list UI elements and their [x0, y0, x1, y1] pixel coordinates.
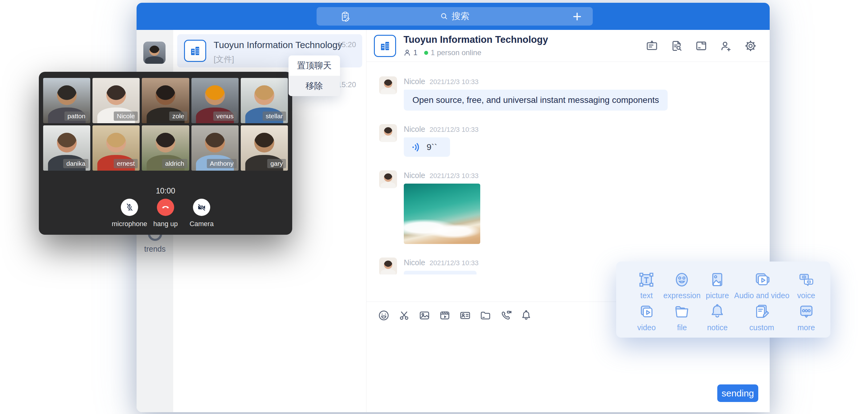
- top-bar: 搜索 +: [136, 3, 770, 30]
- group-avatar[interactable]: [374, 35, 396, 57]
- online-dot: [424, 51, 428, 55]
- chat-history-button[interactable]: [670, 39, 683, 53]
- sender-avatar[interactable]: [379, 124, 397, 142]
- participant-name: danika: [63, 159, 89, 168]
- text-icon: [638, 271, 655, 289]
- voice-duration: 9``: [427, 142, 437, 152]
- emoji-button[interactable]: [378, 309, 390, 322]
- participant-name: ernest: [114, 159, 138, 168]
- conversation-title: Tuoyun Information Technology: [214, 40, 342, 50]
- scissors-icon: [398, 309, 410, 322]
- file-icon: [694, 39, 708, 53]
- participant-tile: ernest: [92, 125, 140, 171]
- online-status: 1 person online: [431, 49, 481, 57]
- notification-button[interactable]: [520, 309, 532, 322]
- panel-item-file[interactable]: file: [663, 301, 701, 333]
- participant-tile: gary: [241, 125, 288, 171]
- participant-tile: patton: [43, 78, 90, 123]
- folder-button[interactable]: [479, 309, 492, 322]
- image-message[interactable]: [404, 184, 480, 244]
- sender-avatar[interactable]: [379, 76, 397, 94]
- message-row: Nicole 2021/12/3 10:33 Open source, free…: [379, 76, 770, 110]
- group-avatar: [184, 40, 206, 62]
- participant-tile: aldrich: [142, 125, 189, 171]
- panel-label: voice: [797, 291, 815, 300]
- announcement-button[interactable]: [645, 39, 659, 53]
- voice-icon: [798, 271, 815, 289]
- microphone-button[interactable]: microphone: [112, 199, 148, 228]
- message-time: 2021/12/3 10:33: [429, 259, 478, 267]
- plus-icon: +: [573, 7, 582, 25]
- participant-name: venus: [213, 112, 237, 121]
- search-input[interactable]: 搜索: [316, 7, 593, 26]
- panel-item-text[interactable]: text: [630, 269, 663, 301]
- panel-label: picture: [706, 291, 729, 300]
- hang-up-button[interactable]: hang up: [148, 199, 184, 228]
- video-icon: [638, 303, 655, 321]
- panel-item-voice[interactable]: voice: [789, 269, 823, 301]
- clapperboard-icon: [439, 309, 451, 322]
- more-icon: [798, 303, 815, 321]
- panel-item-notice[interactable]: notice: [701, 301, 734, 333]
- voice-message-bubble[interactable]: 9``: [404, 137, 450, 157]
- message-input-area[interactable]: sending: [367, 329, 770, 412]
- chat-panel: Tuoyun Information Technology 1 1 person…: [367, 30, 770, 412]
- panel-label: custom: [749, 323, 774, 332]
- video-call-button[interactable]: [500, 309, 512, 322]
- folder-icon: [479, 309, 492, 322]
- panel-item-custom[interactable]: custom: [734, 301, 789, 333]
- menu-item-pin-chat[interactable]: 置顶聊天: [288, 56, 340, 76]
- sender-avatar[interactable]: [379, 170, 397, 188]
- sender-name: Nicole: [404, 171, 425, 180]
- file-manager-button[interactable]: [694, 39, 708, 53]
- add-button[interactable]: +: [573, 7, 582, 26]
- image-button[interactable]: [418, 309, 431, 322]
- expression-icon: [673, 271, 691, 289]
- panel-label: more: [798, 323, 815, 332]
- text-message-bubble[interactable]: Open source, free, and universal instant…: [404, 90, 668, 110]
- picture-icon: [708, 271, 726, 289]
- video-message-button[interactable]: [439, 309, 451, 322]
- send-button[interactable]: sending: [717, 384, 758, 402]
- building-icon: [378, 39, 392, 53]
- hang-up-icon: [160, 202, 171, 213]
- participant-grid: patton Nicole zole venus stellar danika …: [43, 78, 288, 171]
- panel-item-audio-video[interactable]: Audio and video: [734, 269, 789, 301]
- message-time: 2021/12/3 10:33: [429, 78, 478, 86]
- sender-avatar[interactable]: [379, 257, 397, 275]
- panel-item-expression[interactable]: expression: [663, 269, 701, 301]
- participant-name: gary: [267, 159, 286, 168]
- file-folder-icon: [673, 303, 691, 321]
- participant-name: Anthony: [207, 159, 237, 168]
- panel-item-more[interactable]: more: [789, 301, 823, 333]
- panel-item-video[interactable]: video: [630, 301, 663, 333]
- members-icon: [403, 49, 411, 56]
- id-card-icon: [459, 309, 471, 322]
- participant-tile: stellar: [241, 78, 288, 123]
- menu-item-remove[interactable]: 移除: [288, 76, 340, 96]
- screenshot-button[interactable]: [398, 309, 410, 322]
- call-timer: 10:00: [39, 186, 292, 195]
- message-list: Nicole 2021/12/3 10:33 Open source, free…: [367, 62, 770, 275]
- context-menu: 置顶聊天 移除: [288, 56, 340, 96]
- add-member-button[interactable]: [719, 39, 733, 53]
- search-placeholder: 搜索: [452, 10, 469, 23]
- panel-label: video: [638, 323, 656, 332]
- file-message-bubble[interactable]: X 文件.excel 12.8M: [404, 271, 476, 275]
- voice-wave-icon: [411, 142, 422, 153]
- participant-name: patton: [64, 112, 89, 121]
- search-bar[interactable]: 搜索 +: [316, 7, 593, 26]
- panel-item-picture[interactable]: picture: [701, 269, 734, 301]
- user-avatar[interactable]: [143, 41, 165, 64]
- settings-button[interactable]: [744, 39, 757, 53]
- panel-label: notice: [707, 323, 728, 332]
- contact-card-button[interactable]: [459, 309, 471, 322]
- conversation-time: 15:20: [338, 40, 356, 49]
- conversation-time: 15:20: [338, 81, 356, 89]
- participant-tile: danika: [43, 125, 90, 171]
- document-search-icon: [670, 39, 683, 53]
- camera-button[interactable]: Camera: [184, 199, 220, 228]
- bell-icon: [520, 309, 532, 322]
- announcement-icon: [645, 39, 659, 53]
- participant-tile: venus: [191, 78, 239, 123]
